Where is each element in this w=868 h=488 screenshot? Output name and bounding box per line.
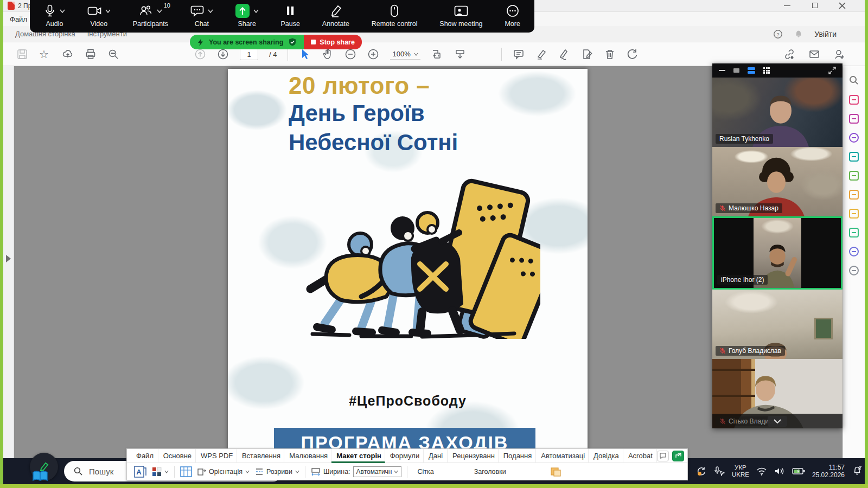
word-tab-help[interactable]: Довідка xyxy=(589,449,623,463)
arrange-icon[interactable] xyxy=(550,466,561,477)
word-tab-review[interactable]: Рецензуванн xyxy=(448,449,499,463)
share-button[interactable]: Share xyxy=(235,4,259,28)
panel-minimize-icon[interactable] xyxy=(719,70,725,71)
minimize-button[interactable] xyxy=(783,2,791,9)
participants-button[interactable]: 10 Participants xyxy=(133,4,168,28)
chevron-down-icon[interactable] xyxy=(253,9,259,13)
video-tile-nazar[interactable]: Малюшко Назар xyxy=(712,147,843,216)
expand-sidebar-arrow[interactable] xyxy=(6,255,11,262)
close-button[interactable] xyxy=(839,2,846,9)
sign-in-button[interactable]: Увійти xyxy=(814,30,837,38)
view-speaker-icon[interactable] xyxy=(733,68,739,73)
width-select[interactable]: Автоматичн xyxy=(353,466,402,477)
wifi-icon[interactable] xyxy=(756,467,767,476)
chevron-down-icon[interactable] xyxy=(157,9,162,13)
annotate-button[interactable]: Annotate xyxy=(322,4,349,28)
menu-file[interactable]: Файл xyxy=(10,15,27,23)
video-tile-sitko[interactable]: Сітько Владислав xyxy=(712,359,843,428)
select-cursor-icon[interactable] xyxy=(299,48,311,60)
rail-ai-assistant-icon[interactable] xyxy=(849,114,859,124)
hand-tool-icon[interactable] xyxy=(322,48,334,60)
word-share-button[interactable] xyxy=(672,451,684,461)
expand-panel-icon[interactable] xyxy=(828,67,836,74)
gridlines-label[interactable]: Сітка xyxy=(417,468,433,476)
word-tab-data[interactable]: Дані xyxy=(424,449,448,463)
zoom-level-select[interactable]: 100% xyxy=(390,49,420,60)
clock[interactable]: 11:57 25.02.2026 xyxy=(812,464,845,479)
word-tab-file[interactable]: Файл xyxy=(131,449,158,463)
email-icon[interactable] xyxy=(808,48,820,60)
fit-width-icon[interactable] xyxy=(431,48,443,60)
video-tile-ihor[interactable]: iPhone Ihor (2) xyxy=(712,216,843,289)
favorite-star-icon[interactable]: ☆ xyxy=(39,48,51,60)
show-meeting-button[interactable]: Show meeting xyxy=(439,4,482,28)
bell-icon[interactable] xyxy=(794,29,803,39)
scroll-mode-icon[interactable] xyxy=(454,48,466,60)
notifications-bell-icon[interactable] xyxy=(852,466,863,477)
next-page-icon[interactable] xyxy=(217,48,229,60)
zoom-out-icon[interactable] xyxy=(344,48,356,60)
word-tab-automate[interactable]: Автоматизаці xyxy=(536,449,589,463)
highlight-icon[interactable] xyxy=(535,48,547,60)
word-tab-acrobat[interactable]: Acrobat xyxy=(623,449,657,463)
word-tab-page-layout[interactable]: Макет сторін xyxy=(331,449,385,463)
rail-comment-icon[interactable] xyxy=(849,190,859,200)
print-icon[interactable] xyxy=(85,48,97,60)
chevron-down-icon[interactable] xyxy=(60,9,65,13)
word-tab-formulas[interactable]: Формули xyxy=(385,449,424,463)
page-number-input[interactable]: 1 xyxy=(240,48,258,60)
help-icon[interactable]: ? xyxy=(773,29,783,39)
word-tab-draw[interactable]: Малювання xyxy=(284,449,331,463)
headings-label[interactable]: Заголовки xyxy=(474,468,506,476)
chat-button[interactable]: Chat xyxy=(190,4,213,28)
previous-page-icon[interactable] xyxy=(194,48,206,60)
rail-export-icon[interactable] xyxy=(849,152,859,162)
search-icon[interactable] xyxy=(107,48,119,60)
rail-protect-icon[interactable] xyxy=(849,247,859,256)
word-tab-insert[interactable]: Вставлення xyxy=(237,449,284,463)
zoom-in-icon[interactable] xyxy=(367,48,379,60)
rail-more-tools-icon[interactable] xyxy=(849,266,859,275)
more-button[interactable]: More xyxy=(505,4,520,28)
share-link-icon[interactable] xyxy=(783,48,795,60)
rail-fill-icon[interactable] xyxy=(849,209,859,219)
rail-search-icon[interactable] xyxy=(848,75,859,86)
word-tab-view[interactable]: Подання xyxy=(499,449,536,463)
reading-app-icon[interactable] xyxy=(32,470,48,482)
word-tab-home[interactable]: Основне xyxy=(158,449,196,463)
video-tile-holub[interactable]: Голуб Владислав xyxy=(712,290,843,359)
rail-esign-icon[interactable] xyxy=(849,133,859,143)
video-tile-ruslan[interactable]: Ruslan Tykhenko xyxy=(712,78,843,147)
save-icon[interactable] xyxy=(16,48,28,60)
add-user-icon[interactable] xyxy=(833,48,845,60)
sync-icon[interactable] xyxy=(696,466,707,477)
rail-edit-icon[interactable] xyxy=(849,171,859,181)
word-comments-button[interactable] xyxy=(657,451,669,461)
chevron-down-icon[interactable] xyxy=(208,9,213,13)
view-strip-icon[interactable] xyxy=(748,67,755,74)
language-indicator[interactable]: УКР UKRE xyxy=(732,464,749,478)
breaks-dropdown[interactable]: Розриви xyxy=(255,467,299,476)
audio-button[interactable]: Audio xyxy=(44,4,65,28)
remote-control-button[interactable]: Remote control xyxy=(372,4,418,28)
fill-sign-icon[interactable] xyxy=(581,48,593,60)
rail-summary-icon[interactable] xyxy=(849,95,859,105)
volume-icon[interactable] xyxy=(774,467,785,476)
chevron-down-icon[interactable] xyxy=(105,9,111,13)
scroll-participants-down-button[interactable] xyxy=(768,416,787,427)
delete-icon[interactable] xyxy=(604,48,616,60)
sign-icon[interactable] xyxy=(558,48,570,60)
stop-share-button[interactable]: Stop share xyxy=(304,35,362,49)
rail-stamp-icon[interactable] xyxy=(849,228,859,237)
orientation-dropdown[interactable]: Орієнтація xyxy=(197,467,250,476)
cloud-upload-icon[interactable] xyxy=(62,48,74,60)
theme-colors-dropdown[interactable] xyxy=(152,467,169,477)
pause-button[interactable]: Pause xyxy=(281,4,300,28)
margins-icon[interactable] xyxy=(180,466,192,477)
rotate-icon[interactable] xyxy=(627,48,639,60)
battery-icon[interactable] xyxy=(792,467,805,475)
view-gallery-icon[interactable] xyxy=(763,67,770,74)
mic-location-icon[interactable] xyxy=(714,466,725,476)
text-direction-icon[interactable]: A xyxy=(133,465,146,478)
video-button[interactable]: Video xyxy=(87,4,111,28)
